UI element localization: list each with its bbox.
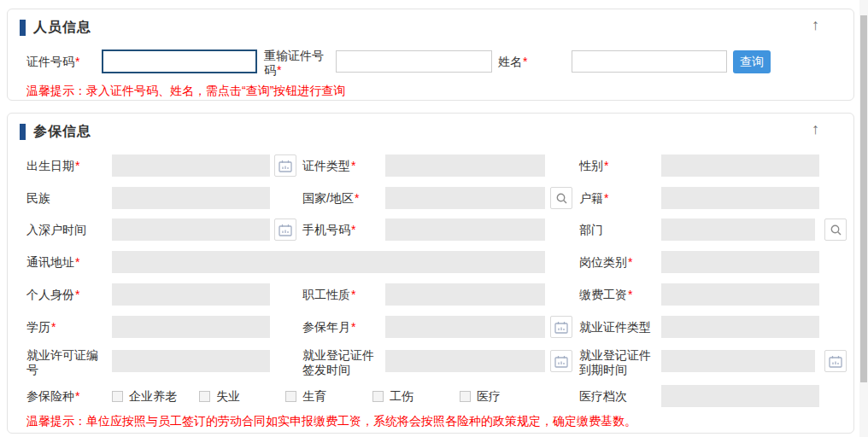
row-birth-cert-gender: 出生日期* 证件类型* 性别* xyxy=(26,154,845,178)
row-identity-nature-salary: 个人身份* 职工性质* 缴费工资* xyxy=(26,283,845,306)
ethnicity-input xyxy=(112,187,270,209)
address-label: 通讯地址* xyxy=(26,251,79,274)
person-section-header: 人员信息 xyxy=(20,19,91,37)
employee-nature-input xyxy=(385,283,545,306)
calendar-icon[interactable] xyxy=(274,154,296,177)
employment-cert-type-label: 就业证件类型 xyxy=(579,316,654,339)
section-bar xyxy=(20,20,26,36)
name-input[interactable] xyxy=(572,50,727,73)
checkbox-box[interactable] xyxy=(460,391,471,402)
calendar-icon[interactable] xyxy=(274,218,296,241)
row-education-month-certtype: 学历* 参保年月* 就业证件类型 xyxy=(26,316,845,339)
insurance-types-label: 参保险种* xyxy=(26,385,79,408)
shenzhen-entry-date-input xyxy=(112,218,270,241)
calendar-icon[interactable] xyxy=(824,350,847,372)
post-category-input xyxy=(661,251,819,273)
row-permit-issue-expiry: 就业许可证编号 就业登记证件签发时间 就业登记证件到期时间 xyxy=(26,350,845,376)
checkbox-maternity[interactable]: 生育 xyxy=(285,385,326,408)
personal-identity-input xyxy=(112,283,270,306)
ethnicity-label: 民族 xyxy=(26,187,50,210)
section-bar xyxy=(20,124,26,140)
search-icon[interactable] xyxy=(550,187,572,209)
checkbox-pension[interactable]: 企业养老 xyxy=(112,385,177,408)
department-label: 部门 xyxy=(579,218,654,242)
collapse-arrow-icon[interactable]: ↑ xyxy=(812,120,819,137)
cert-type-label: 证件类型* xyxy=(302,154,378,178)
birth-date-input xyxy=(112,154,270,177)
checkbox-medical[interactable]: 医疗 xyxy=(460,385,501,408)
employment-reg-expiry-date-input xyxy=(661,350,815,372)
post-category-label: 岗位类别* xyxy=(579,251,654,274)
id-number-repeat-label: 重输证件号码* xyxy=(264,49,332,78)
employee-nature-label: 职工性质* xyxy=(302,283,378,306)
search-icon[interactable] xyxy=(824,218,847,241)
payment-salary-label: 缴费工资* xyxy=(579,283,654,306)
medical-tier-input xyxy=(661,385,819,407)
employment-permit-no-input xyxy=(112,350,270,372)
insured-month-input xyxy=(385,316,545,338)
calendar-icon[interactable] xyxy=(550,350,572,372)
medical-tier-label: 医疗档次 xyxy=(579,385,654,408)
mobile-input xyxy=(385,218,545,241)
query-button[interactable]: 查询 xyxy=(733,50,771,73)
education-input xyxy=(112,316,270,338)
employee-insurance-form: 人员信息 ↑ 证件号码* 重输证件号码* 姓名* 查询 温馨提示：录入证件号码、… xyxy=(0,0,868,437)
checkbox-box[interactable] xyxy=(199,391,210,402)
checkbox-unemployment[interactable]: 失业 xyxy=(199,385,240,408)
employment-reg-expiry-date-label: 就业登记证件到期时间 xyxy=(579,348,654,377)
insured-section-title: 参保信息 xyxy=(33,123,91,141)
country-region-label: 国家/地区* xyxy=(302,187,378,210)
birth-date-label: 出生日期* xyxy=(26,154,79,178)
insured-info-panel: 参保信息 ↑ 出生日期* 证件类型* 性别* 民族 国家/地区* 户籍* xyxy=(7,113,854,434)
checkbox-box[interactable] xyxy=(372,391,384,402)
name-label: 姓名* xyxy=(498,50,527,73)
employment-cert-type-input xyxy=(661,316,819,338)
vertical-scrollbar[interactable] xyxy=(859,0,868,437)
gender-label: 性别* xyxy=(579,154,654,178)
checkbox-work-injury[interactable]: 工伤 xyxy=(372,385,413,408)
id-number-repeat-input[interactable] xyxy=(336,50,492,73)
employment-permit-no-label: 就业许可证编号 xyxy=(26,348,102,377)
row-insurance-types: 参保险种* 企业养老 失业 生育 工伤 医疗 医疗档次 xyxy=(26,385,845,408)
insured-month-label: 参保年月* xyxy=(302,316,378,339)
checkbox-box[interactable] xyxy=(285,391,296,402)
person-section-title: 人员信息 xyxy=(33,19,91,37)
id-number-label: 证件号码* xyxy=(26,50,79,73)
id-number-input[interactable] xyxy=(102,50,257,73)
person-info-panel: 人员信息 ↑ 证件号码* 重输证件号码* 姓名* 查询 温馨提示：录入证件号码、… xyxy=(7,9,854,101)
scrollbar-thumb[interactable] xyxy=(860,15,867,382)
personal-identity-label: 个人身份* xyxy=(26,283,79,306)
collapse-arrow-icon[interactable]: ↑ xyxy=(812,16,819,33)
calendar-icon[interactable] xyxy=(550,316,572,338)
insured-hint: 温馨提示：单位应按照与员工签订的劳动合同如实申报缴费工资，系统将会按照各险种的政… xyxy=(26,414,636,428)
shenzhen-entry-date-label: 入深户时间 xyxy=(26,218,86,242)
household-label: 户籍* xyxy=(579,187,654,210)
employment-reg-issue-date-input xyxy=(385,350,545,372)
mobile-label: 手机号码* xyxy=(302,218,378,242)
person-row: 证件号码* 重输证件号码* 姓名* 查询 xyxy=(26,50,845,73)
household-input xyxy=(661,187,819,209)
payment-salary-input xyxy=(661,283,819,306)
education-label: 学历* xyxy=(26,316,56,339)
employment-reg-issue-date-label: 就业登记证件签发时间 xyxy=(302,348,378,377)
country-region-input xyxy=(385,187,545,209)
row-ethnic-country-household: 民族 国家/地区* 户籍* xyxy=(26,187,845,210)
cert-type-input xyxy=(385,154,545,177)
gender-input xyxy=(661,154,819,177)
row-address-post: 通讯地址* 岗位类别* xyxy=(26,251,845,274)
department-input xyxy=(661,218,815,241)
address-input xyxy=(112,251,545,273)
row-entry-mobile-dept: 入深户时间 手机号码* 部门 xyxy=(26,218,845,242)
checkbox-box[interactable] xyxy=(112,391,123,402)
insured-section-header: 参保信息 xyxy=(20,123,91,141)
person-hint: 温馨提示：录入证件号码、姓名，需点击“查询”按钮进行查询 xyxy=(26,84,345,97)
